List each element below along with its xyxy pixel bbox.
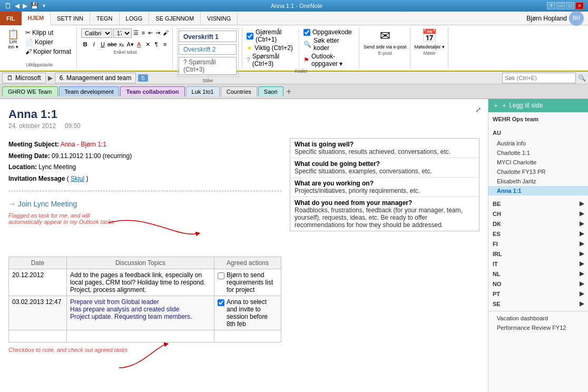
outdent-button[interactable]: ⇤ [148, 28, 154, 37]
maximize-button[interactable]: □ [566, 2, 574, 9]
sidebar-item-anna-11[interactable]: Anna 1:1 [488, 186, 588, 195]
format-row: B I U abc x₂ A▾ A ✕ ¶ ≡ [81, 40, 169, 48]
meeting-info: Meeting Subject: Anna - Bjørn 1:1 Meetin… [8, 139, 281, 184]
au-section-header[interactable]: AU [488, 128, 588, 138]
paragraph-button[interactable]: ¶ [152, 40, 161, 48]
calendar-icon: 📅 [422, 28, 437, 43]
ch-section-header[interactable]: CH ▶ [488, 209, 588, 219]
outlook-oppgaver-item[interactable]: ⚑ Outlook-oppgaver ▾ [303, 53, 356, 67]
sok-etter-koder-item[interactable]: 🔍 Søk etter koder [303, 37, 356, 52]
row1-checkbox[interactable] [218, 272, 224, 279]
sidebar-item-myci-charlotte[interactable]: MYCI Charlotte [488, 158, 588, 167]
se-section-header[interactable]: SE ▶ [488, 299, 588, 309]
sidebar: ＋ ＋ Legg til side WEHR Ops team AU Austr… [488, 99, 588, 392]
irl-section-header[interactable]: IRL ▶ [488, 249, 588, 259]
notebook-item[interactable]: 🗒 Microsoft [2, 73, 46, 83]
tab-fil[interactable]: FIL [0, 12, 22, 25]
tab-visning[interactable]: VISNING [201, 12, 238, 25]
tab-countries[interactable]: Countries [221, 86, 257, 96]
paint-button[interactable]: 🖌 [162, 28, 169, 37]
tab-saori[interactable]: Saori [258, 86, 283, 96]
meeting-date-label: Meeting Date: [8, 152, 50, 160]
table-row: 20.12.2012 Add to the pages a feedback l… [9, 269, 281, 296]
subscript-button[interactable]: x₂ [117, 40, 126, 48]
font-color-button[interactable]: A [135, 40, 143, 48]
meeting-date-row: Meeting Date: 09.11.2012 11:00 (recurrin… [8, 151, 281, 162]
sidebar-bottom: Vacation dashboard Performance Review FY… [488, 311, 588, 332]
close-button[interactable]: ✕ [575, 2, 584, 9]
copy-format-button[interactable]: 🖌 Kopier format [23, 47, 73, 56]
add-page-button[interactable]: ＋ ＋ Legg til side [488, 99, 588, 112]
list-button[interactable]: ☰ [133, 28, 139, 37]
font-selector[interactable]: Calibri [81, 28, 112, 38]
numbered-list-button[interactable]: ≡ [140, 28, 146, 37]
row1-actions: Bjørn to send requirements list for proj… [214, 269, 281, 296]
quick-access-forward[interactable]: ▶ [23, 2, 27, 9]
sidebar-item-performance-review[interactable]: Performance Review FY12 [488, 323, 588, 332]
be-section-header[interactable]: BE ▶ [488, 199, 588, 209]
heading2-style[interactable]: Overskrift 2 [179, 44, 237, 55]
sidebar-item-charlotte-11[interactable]: Charlotte 1:1 [488, 148, 588, 158]
underline-button[interactable]: U [99, 40, 107, 48]
tab-logg[interactable]: LOGG [120, 12, 150, 25]
row2-checkbox[interactable] [218, 299, 224, 306]
oppgavekode-item[interactable]: Oppgavekode [303, 28, 356, 36]
cut-button[interactable]: ✂ Klipp ut [23, 28, 73, 37]
expand-button[interactable]: ⤢ [475, 105, 482, 114]
es-section-header[interactable]: ES ▶ [488, 229, 588, 239]
question-style[interactable]: ? Spørsmål (Ctrl+3) [179, 57, 237, 75]
font-size-selector[interactable]: 17 [113, 28, 132, 38]
wehr-section-header[interactable]: WEHR Ops team [488, 114, 588, 124]
indent-button[interactable]: ⇥ [155, 28, 161, 37]
tab-ghro-we-team[interactable]: GHRO WE Team [2, 86, 58, 96]
invitation-link[interactable]: Skjul [71, 175, 84, 182]
oppgavekode-checkbox[interactable] [303, 29, 310, 36]
quick-access-save[interactable]: 💾 [31, 2, 38, 9]
italic-button[interactable]: I [90, 40, 99, 48]
dk-section-header[interactable]: DK ▶ [488, 219, 588, 229]
tab-team-collaboration[interactable]: Team collaboration [120, 86, 184, 96]
sidebar-item-austria-info[interactable]: Austria info [488, 139, 588, 148]
tab-sett-inn[interactable]: SETT INN [51, 12, 90, 25]
window-controls[interactable]: ? — □ ✕ [547, 2, 584, 9]
bold-button[interactable]: B [81, 40, 90, 48]
pt-section-header[interactable]: PT ▶ [488, 289, 588, 299]
search-icon[interactable]: 🔍 [578, 74, 586, 82]
heading1-style[interactable]: Overskrift 1 [179, 31, 237, 42]
empty-actions [214, 330, 281, 342]
invitation-label: Invitation Message [8, 175, 65, 182]
no-section-header[interactable]: NO ▶ [488, 279, 588, 289]
user-avatar[interactable]: BH [569, 11, 584, 26]
section-item[interactable]: 6. Management and team [55, 73, 136, 83]
sporsmal-item[interactable]: ? Spørsmål (Ctrl+3) [247, 53, 295, 67]
quick-access-back[interactable]: ◀ [15, 2, 19, 9]
sidebar-item-charlotte-fy13[interactable]: Charlotte FY13 PR [488, 167, 588, 177]
fi-section-header[interactable]: FI ▶ [488, 239, 588, 249]
tab-se-gjennom[interactable]: SE GJENNOM [149, 12, 201, 25]
gjoremaal-item[interactable]: Gjøremål (Ctrl+1) [247, 28, 295, 43]
add-tab-button[interactable]: + [285, 87, 293, 96]
sidebar-item-vacation-dashboard[interactable]: Vacation dashboard [488, 313, 588, 323]
paste-button[interactable]: 📋 Liminn ▾ [5, 28, 21, 61]
strikethrough-button[interactable]: abc [107, 40, 117, 48]
search-input[interactable] [502, 73, 576, 83]
sidebar-section-au: AU Austria info Charlotte 1:1 MYCI Charl… [488, 126, 588, 199]
tab-tegn[interactable]: TEGN [90, 12, 120, 25]
viktig-item[interactable]: ★ Viktig (Ctrl+2) [247, 44, 295, 52]
highlight-button[interactable]: A▾ [126, 40, 134, 48]
align-button[interactable]: ≡ [161, 40, 170, 48]
sidebar-item-elisabeth[interactable]: Elisabeth Jaritz [488, 177, 588, 186]
tab-luk-1to1[interactable]: Luk 1to1 [186, 86, 220, 96]
tab-hjem[interactable]: HJEM [22, 12, 51, 25]
copy-button[interactable]: 📄 Kopier [23, 38, 73, 46]
it-section-header[interactable]: IT ▶ [488, 259, 588, 269]
nl-section-header[interactable]: NL ▶ [488, 269, 588, 279]
clear-format-button[interactable]: ✕ [143, 40, 152, 48]
dropdown-arrow[interactable]: ▼ [42, 3, 46, 8]
minimize-button[interactable]: — [556, 2, 565, 9]
ribbon-group-font: Calibri 17 ☰ ≡ ⇤ ⇥ 🖌 B I U abc x₂ A▾ A ✕… [78, 27, 173, 68]
help-button[interactable]: ? [547, 2, 555, 9]
gjoremaal-checkbox[interactable] [247, 33, 253, 40]
row1-action-text: Bjørn to send requirements list for proj… [227, 271, 278, 293]
tab-team-development[interactable]: Team development [59, 86, 120, 96]
